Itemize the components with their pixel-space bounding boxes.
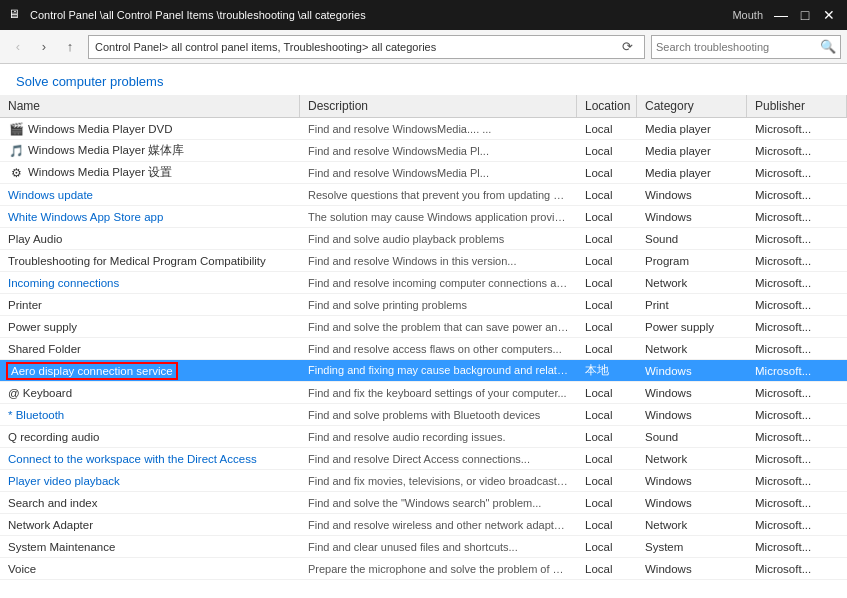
item-desc: Find and solve the "Windows search" prob…: [300, 495, 577, 511]
table-row[interactable]: Network AdapterFind and resolve wireless…: [0, 514, 847, 536]
item-name: Shared Folder: [8, 343, 81, 355]
item-category: Print: [637, 297, 747, 313]
item-category: Network: [637, 517, 747, 533]
item-location: Local: [577, 143, 637, 159]
address-text: Control Panel> all control panel items, …: [95, 41, 616, 53]
item-location: Local: [577, 429, 637, 445]
item-location: 本地: [577, 361, 637, 380]
item-desc: Find and resolve audio recording issues.: [300, 429, 577, 445]
table-row[interactable]: Player video playbackFind and fix movies…: [0, 470, 847, 492]
item-publisher: Microsoft...: [747, 187, 847, 203]
item-name: Network Adapter: [8, 519, 93, 531]
table-container[interactable]: Name Description Location Category Publi…: [0, 95, 847, 598]
item-name[interactable]: Incoming connections: [8, 277, 119, 289]
table-row[interactable]: White Windows App Store appThe solution …: [0, 206, 847, 228]
item-location: Local: [577, 187, 637, 203]
item-category: Media player: [637, 121, 747, 137]
item-desc: Find and solve problems with Bluetooth d…: [300, 407, 577, 423]
refresh-button[interactable]: ⟳: [616, 36, 638, 58]
col-desc[interactable]: Description: [300, 95, 577, 117]
item-name: System Maintenance: [8, 541, 115, 553]
item-icon: 🎵: [8, 143, 24, 159]
table-row[interactable]: System MaintenanceFind and clear unused …: [0, 536, 847, 558]
col-publisher[interactable]: Publisher: [747, 95, 847, 117]
nav-bar: ‹ › ↑ Control Panel> all control panel i…: [0, 30, 847, 64]
table-row[interactable]: Search and indexFind and solve the "Wind…: [0, 492, 847, 514]
item-category: Windows: [637, 187, 747, 203]
item-location: Local: [577, 539, 637, 555]
item-desc: Find and resolve WindowsMedia.... ...: [300, 121, 577, 137]
col-name[interactable]: Name: [0, 95, 300, 117]
back-button[interactable]: ‹: [6, 35, 30, 59]
table-row[interactable]: PrinterFind and solve printing problemsL…: [0, 294, 847, 316]
item-name: Play Audio: [8, 233, 62, 245]
item-name[interactable]: White Windows App Store app: [8, 211, 163, 223]
item-publisher: Microsoft...: [747, 561, 847, 577]
table-row[interactable]: ⚙Windows Media Player 设置Find and resolve…: [0, 162, 847, 184]
search-bar[interactable]: 🔍: [651, 35, 841, 59]
item-desc: Find and fix movies, televisions, or vid…: [300, 473, 577, 489]
address-bar[interactable]: Control Panel> all control panel items, …: [88, 35, 645, 59]
item-location: Local: [577, 495, 637, 511]
solve-link[interactable]: Solve computer problems: [16, 74, 163, 89]
item-category: Windows: [637, 407, 747, 423]
maximize-button[interactable]: □: [795, 5, 815, 25]
table-row[interactable]: 🎬Windows Media Player DVDFind and resolv…: [0, 118, 847, 140]
forward-button[interactable]: ›: [32, 35, 56, 59]
item-publisher: Microsoft...: [747, 275, 847, 291]
close-button[interactable]: ✕: [819, 5, 839, 25]
table-row[interactable]: Q recording audioFind and resolve audio …: [0, 426, 847, 448]
table-row[interactable]: Aero display connection serviceFinding a…: [0, 360, 847, 382]
search-input[interactable]: [656, 41, 820, 53]
col-category[interactable]: Category: [637, 95, 747, 117]
item-desc: The solution may cause Windows applicati…: [300, 209, 577, 225]
table-row[interactable]: Incoming connectionsFind and resolve inc…: [0, 272, 847, 294]
table-row[interactable]: Play AudioFind and solve audio playback …: [0, 228, 847, 250]
item-location: Local: [577, 275, 637, 291]
item-name: Troubleshooting for Medical Program Comp…: [8, 255, 266, 267]
item-name: Power supply: [8, 321, 77, 333]
up-button[interactable]: ↑: [58, 35, 82, 59]
item-icon: 🎬: [8, 121, 24, 137]
item-publisher: Microsoft...: [747, 121, 847, 137]
item-location: Local: [577, 407, 637, 423]
item-location: Local: [577, 473, 637, 489]
table-row[interactable]: 🎵Windows Media Player 媒体库Find and resolv…: [0, 140, 847, 162]
col-location[interactable]: Location: [577, 95, 637, 117]
minimize-button[interactable]: —: [771, 5, 791, 25]
item-desc: Find and solve audio playback problems: [300, 231, 577, 247]
item-name: Printer: [8, 299, 42, 311]
item-name[interactable]: Windows update: [8, 189, 93, 201]
item-publisher: Microsoft...: [747, 319, 847, 335]
window-controls: — □ ✕: [771, 5, 839, 25]
item-publisher: Microsoft...: [747, 297, 847, 313]
item-location: Local: [577, 231, 637, 247]
item-category: Network: [637, 451, 747, 467]
item-category: Windows: [637, 209, 747, 225]
table-row[interactable]: Windows updateResolve questions that pre…: [0, 184, 847, 206]
item-name[interactable]: * Bluetooth: [8, 409, 64, 421]
table-header: Name Description Location Category Publi…: [0, 95, 847, 118]
item-name: @ Keyboard: [8, 387, 72, 399]
table-row[interactable]: Shared FolderFind and resolve access fla…: [0, 338, 847, 360]
item-location: Local: [577, 451, 637, 467]
item-publisher: Microsoft...: [747, 341, 847, 357]
table-row[interactable]: Connect to the workspace with the Direct…: [0, 448, 847, 470]
item-name[interactable]: Player video playback: [8, 475, 120, 487]
item-publisher: Microsoft...: [747, 363, 847, 379]
main-area: Solve computer problems Name Description…: [0, 64, 847, 598]
item-icon: ⚙: [8, 165, 24, 181]
item-location: Local: [577, 319, 637, 335]
table-row[interactable]: VoicePrepare the microphone and solve th…: [0, 558, 847, 580]
item-desc: Find and resolve incoming computer conne…: [300, 275, 577, 291]
table-row[interactable]: @ KeyboardFind and fix the keyboard sett…: [0, 382, 847, 404]
item-category: Network: [637, 275, 747, 291]
item-name: Q recording audio: [8, 431, 99, 443]
table-row[interactable]: Power supplyFind and solve the problem t…: [0, 316, 847, 338]
table-row[interactable]: * BluetoothFind and solve problems with …: [0, 404, 847, 426]
table-row[interactable]: Troubleshooting for Medical Program Comp…: [0, 250, 847, 272]
item-category: Windows: [637, 495, 747, 511]
item-desc: Find and resolve Windows in this version…: [300, 253, 577, 269]
item-category: Media player: [637, 165, 747, 181]
item-name[interactable]: Connect to the workspace with the Direct…: [8, 453, 257, 465]
